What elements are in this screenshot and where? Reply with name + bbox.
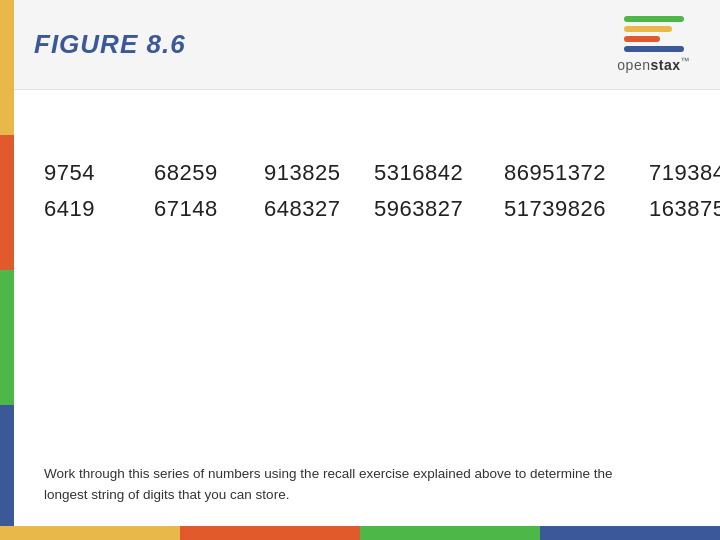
- openstax-logo: openstax™: [617, 16, 690, 73]
- left-bar-blue: [0, 405, 14, 540]
- main-content: 9754 68259 913825 5316842 86951372 71938…: [14, 90, 720, 526]
- left-bar-green: [0, 270, 14, 405]
- bottom-color-bar: [0, 526, 720, 540]
- bottom-bar-green: [360, 526, 540, 540]
- figure-title: FIGURE 8.6: [34, 29, 186, 60]
- num-r1-c5: 86951372: [504, 160, 649, 186]
- num-r2-c3: 648327: [264, 196, 374, 222]
- numbers-section: 9754 68259 913825 5316842 86951372 71938…: [44, 160, 690, 232]
- logo-stripe-yellow: [624, 26, 672, 32]
- bottom-bar-orange: [180, 526, 360, 540]
- description-text: Work through this series of numbers usin…: [44, 463, 624, 506]
- left-color-bar: [0, 0, 14, 540]
- number-row-1: 9754 68259 913825 5316842 86951372 71938…: [44, 160, 690, 186]
- logo-stax: stax: [650, 57, 680, 73]
- left-bar-orange: [0, 135, 14, 270]
- logo-stripe-blue: [624, 46, 684, 52]
- logo-stripes: [624, 16, 684, 52]
- num-r1-c2: 68259: [154, 160, 264, 186]
- num-r2-c6: 163875942: [649, 196, 720, 222]
- logo-open: open: [617, 57, 650, 73]
- bottom-bar-blue: [540, 526, 720, 540]
- bottom-bar-yellow: [0, 526, 180, 540]
- num-r1-c3: 913825: [264, 160, 374, 186]
- num-r2-c1: 6419: [44, 196, 154, 222]
- num-r2-c4: 5963827: [374, 196, 504, 222]
- num-r1-c4: 5316842: [374, 160, 504, 186]
- num-r1-c6: 719384273: [649, 160, 720, 186]
- num-r1-c1: 9754: [44, 160, 154, 186]
- logo-text: openstax™: [617, 56, 690, 73]
- page: FIGURE 8.6 openstax™ 9754 68259 913825 5…: [0, 0, 720, 540]
- num-r2-c5: 51739826: [504, 196, 649, 222]
- header: FIGURE 8.6 openstax™: [14, 0, 720, 90]
- left-bar-yellow: [0, 0, 14, 135]
- num-r2-c2: 67148: [154, 196, 264, 222]
- logo-tm: ™: [681, 56, 691, 66]
- logo-stripe-green: [624, 16, 684, 22]
- number-row-2: 6419 67148 648327 5963827 51739826 16387…: [44, 196, 690, 222]
- logo-stripe-orange: [624, 36, 660, 42]
